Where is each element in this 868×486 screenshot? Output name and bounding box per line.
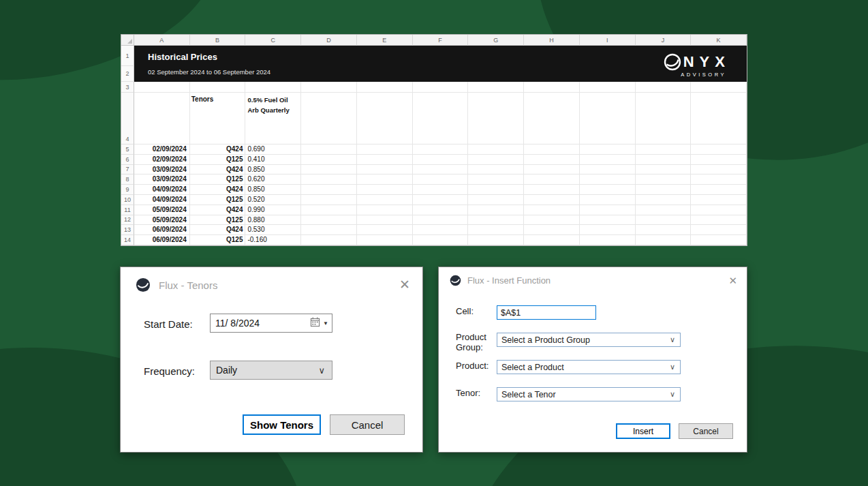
cell-D6[interactable] [301, 155, 357, 165]
row-header-10[interactable]: 10 [121, 195, 134, 205]
cell-A12[interactable]: 05/09/2024 [134, 215, 190, 226]
cell-G7[interactable] [468, 165, 524, 175]
calendar-icon[interactable] [310, 317, 320, 329]
cell-E9[interactable] [357, 185, 413, 195]
cell-E11[interactable] [357, 205, 413, 215]
cell-K3[interactable] [691, 82, 747, 93]
cell-B4[interactable]: Tenors [190, 93, 246, 145]
column-header-A[interactable]: A [134, 35, 190, 46]
cell-G12[interactable] [468, 215, 524, 226]
cell-F14[interactable] [413, 235, 469, 245]
cell-D14[interactable] [301, 235, 357, 245]
cell-C5[interactable]: 0.690 [245, 145, 301, 155]
cell-H8[interactable] [524, 174, 580, 185]
cell-B3[interactable] [190, 82, 246, 93]
cell-B12[interactable]: Q125 [190, 215, 246, 226]
cell-J13[interactable] [636, 225, 692, 235]
cell-D10[interactable] [301, 195, 357, 205]
column-header-E[interactable]: E [357, 35, 413, 46]
row-header-13[interactable]: 13 [121, 225, 134, 235]
cell-E6[interactable] [357, 155, 413, 165]
show-tenors-button[interactable]: Show Tenors [243, 414, 321, 435]
insert-dialog-titlebar[interactable]: Flux - Insert Function ✕ [439, 267, 747, 293]
cell-F4[interactable] [413, 93, 469, 145]
cell-J12[interactable] [636, 215, 692, 226]
cell-G5[interactable] [468, 145, 524, 155]
date-dropdown-arrow-icon[interactable]: ▼ [323, 320, 328, 326]
cell-F6[interactable] [413, 155, 469, 165]
cell-E13[interactable] [357, 225, 413, 235]
cell-I6[interactable] [580, 155, 636, 165]
cell-G9[interactable] [468, 185, 524, 195]
cell-D13[interactable] [301, 225, 357, 235]
cell-H3[interactable] [524, 82, 580, 93]
cell-I13[interactable] [580, 225, 636, 235]
cell-B10[interactable]: Q125 [190, 195, 246, 205]
row-header-1[interactable]: 1 [121, 46, 134, 66]
cell-C13[interactable]: 0.530 [245, 225, 301, 235]
cell-C7[interactable]: 0.850 [245, 165, 301, 175]
cell-F5[interactable] [413, 145, 469, 155]
column-header-D[interactable]: D [301, 35, 357, 46]
cell-G8[interactable] [468, 174, 524, 185]
row-header-4[interactable]: 4 [121, 93, 134, 145]
column-header-H[interactable]: H [524, 35, 580, 46]
cell-I7[interactable] [580, 165, 636, 175]
row-header-5[interactable]: 5 [121, 145, 134, 155]
cell-D5[interactable] [301, 145, 357, 155]
cell-I14[interactable] [580, 235, 636, 245]
cell-H13[interactable] [524, 225, 580, 235]
cell-H10[interactable] [524, 195, 580, 205]
cell-J3[interactable] [636, 82, 692, 93]
sheet-title-banner[interactable]: Historical Prices 02 September 2024 to 0… [134, 46, 747, 82]
cell-D4[interactable] [301, 93, 357, 145]
cell-C6[interactable]: 0.410 [245, 155, 301, 165]
cell-F10[interactable] [413, 195, 469, 205]
cell-K14[interactable] [691, 235, 747, 245]
cell-C12[interactable]: 0.880 [245, 215, 301, 226]
tenors-dialog-close-icon[interactable]: ✕ [399, 277, 410, 292]
cell-A6[interactable]: 02/09/2024 [134, 155, 190, 165]
cell-H5[interactable] [524, 145, 580, 155]
cell-D8[interactable] [301, 174, 357, 185]
cell-A8[interactable]: 03/09/2024 [134, 174, 190, 185]
cell-C11[interactable]: 0.990 [245, 205, 301, 215]
cell-E10[interactable] [357, 195, 413, 205]
cell-K10[interactable] [691, 195, 747, 205]
cell-I5[interactable] [580, 145, 636, 155]
cell-E7[interactable] [357, 165, 413, 175]
row-header-7[interactable]: 7 [121, 165, 134, 175]
cell-A11[interactable]: 05/09/2024 [134, 205, 190, 215]
cell-K13[interactable] [691, 225, 747, 235]
cell-E8[interactable] [357, 174, 413, 185]
row-header-11[interactable]: 11 [121, 205, 134, 215]
column-header-J[interactable]: J [636, 35, 692, 46]
column-header-G[interactable]: G [468, 35, 524, 46]
cell-F3[interactable] [413, 82, 469, 93]
cell-F7[interactable] [413, 165, 469, 175]
column-header-C[interactable]: C [245, 35, 301, 46]
cell-I11[interactable] [580, 205, 636, 215]
cell-H11[interactable] [524, 205, 580, 215]
cell-I12[interactable] [580, 215, 636, 226]
cell-H6[interactable] [524, 155, 580, 165]
cell-I9[interactable] [580, 185, 636, 195]
cell-A3[interactable] [134, 82, 190, 93]
row-header-2[interactable]: 2 [121, 66, 134, 82]
cell-G14[interactable] [468, 235, 524, 245]
cell-A7[interactable]: 03/09/2024 [134, 165, 190, 175]
cell-K5[interactable] [691, 145, 747, 155]
cell-C4[interactable]: 0.5% Fuel Oil Arb Quarterly [245, 93, 301, 145]
insert-dialog-close-icon[interactable]: ✕ [728, 275, 737, 287]
cell-K6[interactable] [691, 155, 747, 165]
cell-F11[interactable] [413, 205, 469, 215]
row-header-8[interactable]: 8 [121, 174, 134, 185]
cell-G6[interactable] [468, 155, 524, 165]
cell-I4[interactable] [580, 93, 636, 145]
cell-G13[interactable] [468, 225, 524, 235]
tenor-dropdown[interactable]: Select a Tenor ∨ [497, 387, 681, 401]
cell-H4[interactable] [524, 93, 580, 145]
cell-K7[interactable] [691, 165, 747, 175]
tenors-dialog-titlebar[interactable]: Flux - Tenors ✕ [121, 267, 422, 303]
cell-G4[interactable] [468, 93, 524, 145]
